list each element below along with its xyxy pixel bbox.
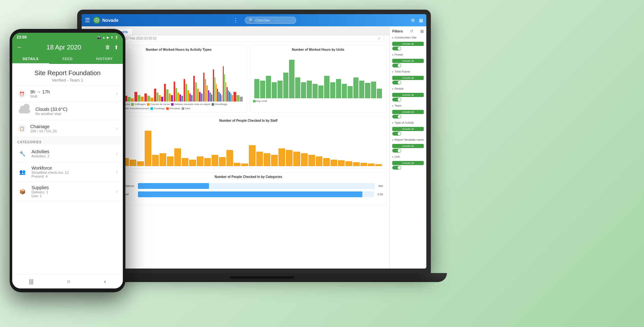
back-button[interactable]: ←	[17, 44, 23, 51]
filter-btn-6[interactable]: include all	[392, 127, 424, 131]
bar	[128, 97, 131, 102]
bar	[233, 92, 236, 102]
staff-bar	[256, 152, 263, 166]
more-options-icon[interactable]: ⋮	[382, 37, 385, 40]
unit-bar-12	[318, 85, 323, 98]
legend-label: Feraillage	[154, 107, 165, 110]
filter-settings-icon[interactable]: ▦	[420, 29, 424, 33]
filter-toggle-3[interactable]	[392, 81, 401, 84]
search-placeholder: Chercher	[255, 18, 270, 22]
filter-toggle-7[interactable]	[392, 149, 401, 153]
staff-bar	[152, 155, 159, 166]
unit-bar-19	[359, 81, 364, 98]
legend-color	[253, 100, 256, 102]
filter-btn-8[interactable]: include all	[392, 161, 424, 165]
logo-text: Novade	[102, 18, 119, 23]
filter-btn-4[interactable]: include all	[392, 93, 424, 97]
filter-toggle-4[interactable]	[392, 98, 401, 102]
filter-toggle-1[interactable]	[392, 47, 401, 50]
activities-name: Activities	[32, 149, 116, 154]
expand-icon[interactable]: ⤢	[378, 37, 380, 40]
bar-group-13	[233, 92, 243, 102]
staff-bar	[145, 131, 151, 166]
bar	[157, 93, 159, 102]
chart-activity-types: Number of Worked Hours by Activity Types	[111, 45, 247, 113]
bar	[214, 77, 215, 102]
filter-label-8: Unit	[395, 155, 400, 158]
chart1-bars	[113, 53, 244, 102]
unit-bar-18	[353, 77, 358, 98]
workforce-icon: 👥	[17, 167, 28, 177]
phone-status-icons: 📷 ▲ ▶ ⬆ 🔋	[97, 36, 118, 39]
filter-btn-7[interactable]: include all	[392, 144, 424, 148]
shift-row[interactable]: ⏰ 9h → 17h Shift ›	[12, 85, 123, 102]
bar	[218, 92, 219, 102]
filter-label-3: Time Frame	[395, 70, 410, 73]
back-nav-icon[interactable]: ‹	[104, 278, 106, 285]
filter-btn-2[interactable]: include all	[392, 59, 424, 63]
staff-bar	[375, 164, 382, 166]
laptop-base	[77, 273, 447, 282]
wifi-icon: ⬆	[111, 36, 113, 39]
unit-bar-2	[260, 81, 265, 98]
tab-history[interactable]: HISTORY	[86, 54, 123, 64]
filter-toggle-2[interactable]	[392, 64, 401, 67]
search-bar[interactable]: 🔍 Chercher	[245, 17, 296, 24]
refresh-icon[interactable]: ↺	[410, 29, 413, 33]
bar	[193, 76, 195, 102]
legend-item-8: Remblais	[166, 107, 180, 110]
center-panel: Rapports Reports 27 Feb 2020 03:55:52 ⤢ …	[107, 26, 389, 269]
laptop-body: ☰ Novade ⋮ 🔍 Chercher ⚙ ▦	[77, 10, 431, 273]
shift-label: 9h → 17h	[30, 89, 116, 94]
delete-icon[interactable]: 🗑	[105, 44, 110, 50]
filter-group-title-6: ▸ Type of Activity	[392, 121, 424, 124]
legend-label: Coffrages	[134, 103, 146, 106]
bar	[150, 98, 153, 102]
filter-btn-1[interactable]: include all	[392, 42, 424, 46]
unit-bar-11	[313, 84, 318, 98]
phone-header-icons: 🗑 ⬆	[105, 44, 118, 50]
menu-nav-icon[interactable]: |||	[29, 278, 33, 285]
bar	[164, 84, 166, 102]
chainage-sub: 100 / 10 / CH_01	[30, 129, 116, 133]
upload-icon[interactable]: ⬆	[114, 44, 118, 50]
bar	[371, 82, 376, 98]
bar	[336, 79, 341, 98]
staff-bar	[353, 162, 360, 166]
filter-toggle-6[interactable]	[392, 132, 401, 136]
home-nav-icon[interactable]: ○	[67, 278, 71, 285]
tab-feed[interactable]: FEED	[49, 54, 86, 64]
settings-icon[interactable]: ⚙	[411, 18, 415, 23]
filter-toggle-8[interactable]	[392, 166, 401, 170]
bar	[359, 81, 364, 98]
weather-row[interactable]: Clouds (33.6°C) No weather stop	[12, 102, 123, 120]
chart3-title: Number of People Checked In by Staff	[113, 119, 383, 122]
bar	[189, 93, 191, 102]
bar	[220, 93, 221, 102]
grid-icon[interactable]: ▦	[419, 18, 423, 23]
legend-label-units: Nay Units	[256, 100, 268, 102]
chart2-bars	[253, 53, 384, 98]
legend-item-2: Coffrages	[131, 103, 146, 106]
cat-row-1: 03.1 Fondations 36K	[113, 183, 383, 189]
cat-row-supplies[interactable]: 📦 Supplies Delivery: 1 Use: 1 ›	[12, 182, 123, 201]
cat-row-activities[interactable]: 🔧 Activities Activities: 2 ›	[12, 145, 123, 162]
more-icon[interactable]: ⋮	[233, 17, 238, 23]
charts-area[interactable]: Number of Worked Hours by Activity Types	[107, 42, 389, 269]
weather-label: Clouds (33.6°C)	[35, 107, 118, 112]
filter-toggle-5[interactable]	[392, 115, 401, 119]
filter-label-4: People	[395, 87, 404, 90]
tab-details[interactable]: DETAILS	[12, 54, 49, 64]
chainage-row[interactable]: 📋 Chainage 100 / 10 / CH_01 ›	[12, 120, 123, 137]
phone-device: 23:09 📷 ▲ ▶ ⬆ 🔋 ← 18 Apr 2020 🗑 ⬆	[10, 29, 125, 292]
filter-btn-5[interactable]: include all	[392, 110, 424, 114]
hamburger-icon[interactable]: ☰	[85, 17, 90, 24]
staff-bar	[212, 155, 218, 166]
cat-row-workforce[interactable]: 👥 Workforce Simplified check-ins: 12 Pre…	[12, 162, 123, 182]
filter-btn-3[interactable]: include all	[392, 76, 424, 80]
report-date: 27 Feb 2020 03:55:52	[125, 37, 157, 40]
filter-group-construction: ▸ Construction Site include all	[392, 36, 424, 50]
tabs-bar: Rapports	[107, 26, 389, 35]
bar	[342, 84, 347, 98]
filter-group-preset: ▸ Preset include all	[392, 53, 424, 67]
